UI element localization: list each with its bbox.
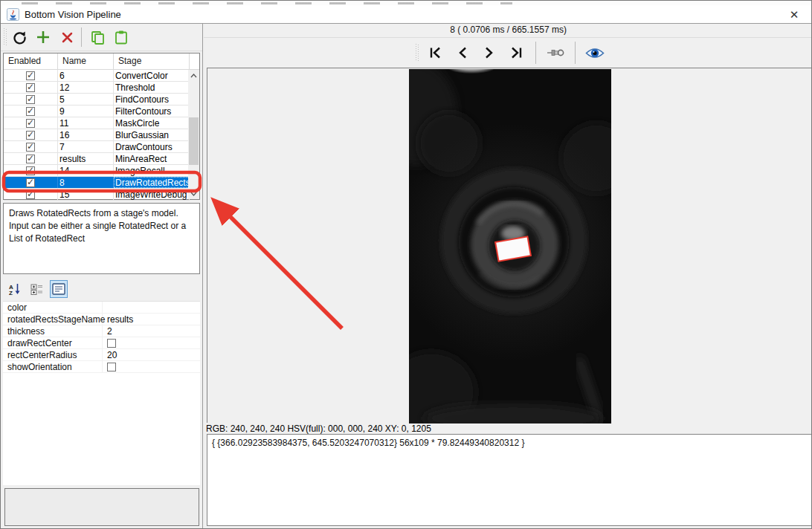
pipeline-panel: Enabled Name Stage 6ConvertColor12Thresh… [1,24,203,529]
enabled-checkbox[interactable] [26,131,35,140]
stage-name-cell[interactable]: 11 [58,117,114,129]
property-value[interactable]: 20 [103,349,200,360]
enabled-checkbox[interactable] [26,119,35,128]
scroll-down-icon[interactable] [188,188,199,199]
first-result-icon[interactable] [426,43,445,62]
enabled-cell[interactable] [4,189,58,200]
close-icon[interactable]: ✕ [786,7,802,22]
enabled-cell[interactable] [4,70,58,81]
stage-name-cell[interactable]: 6 [58,70,114,81]
scrollbar-thumb[interactable] [189,117,199,165]
scroll-up-icon[interactable] [188,70,199,81]
table-scrollbar[interactable] [188,70,199,199]
property-checkbox[interactable] [107,363,116,371]
property-key: rotatedRectsStageName [3,314,103,325]
enabled-checkbox[interactable] [26,71,35,80]
stage-type-cell[interactable]: DrawContours [114,141,190,152]
pipeline-row[interactable]: 11MaskCircle [4,117,190,129]
preview-image-area[interactable] [207,68,812,423]
property-row[interactable]: color [3,302,200,314]
enabled-cell[interactable] [4,117,58,129]
enabled-cell[interactable] [4,153,58,164]
pipeline-row[interactable]: 14ImageRecall [4,165,190,177]
enabled-cell[interactable] [4,106,58,117]
stage-name-cell[interactable]: 9 [58,106,114,117]
stage-name-cell[interactable]: 7 [58,141,114,152]
pipeline-row[interactable]: 8DrawRotatedRects [4,177,190,189]
enabled-cell[interactable] [4,141,58,152]
stage-type-cell[interactable]: Threshold [114,82,190,93]
enabled-checkbox[interactable] [26,190,35,199]
enabled-cell[interactable] [4,177,58,188]
stage-type-cell[interactable]: DrawRotatedRects [114,177,190,188]
property-row[interactable]: rotatedRectsStageNameresults [3,314,200,325]
camera-image[interactable] [409,69,611,423]
stage-name-cell[interactable]: 8 [58,177,114,188]
copy-icon[interactable] [86,27,109,48]
pipeline-row[interactable]: 12Threshold [4,82,190,94]
stage-name-cell[interactable]: results [58,153,114,164]
pipeline-row[interactable]: 6ConvertColor [4,70,190,82]
property-value[interactable]: 2 [103,325,200,337]
property-row[interactable]: rectCenterRadius20 [3,349,200,361]
enabled-checkbox[interactable] [26,143,35,152]
stage-type-cell[interactable]: FindContours [114,94,190,105]
pipeline-row[interactable]: 9FilterContours [4,106,190,117]
next-result-icon[interactable] [480,43,499,62]
enabled-checkbox[interactable] [26,83,35,92]
refresh-icon[interactable] [8,27,30,48]
property-checkbox[interactable] [107,339,116,348]
sort-alpha-icon[interactable]: A Z [5,280,23,298]
property-grid: colorrotatedRectsStageNameresultsthickne… [3,301,200,485]
stage-type-cell[interactable]: MinAreaRect [114,153,190,164]
property-value[interactable] [103,337,200,348]
titlebar[interactable]: Bottom Vision Pipeline ✕ [1,5,811,24]
description-icon[interactable] [50,280,68,298]
header-enabled: Enabled [4,53,58,69]
toolbar-grip[interactable] [4,28,7,46]
property-value[interactable] [103,302,200,313]
property-value[interactable]: results [103,314,200,325]
pin-icon[interactable] [546,43,565,62]
pipeline-row[interactable]: resultsMinAreaRect [4,153,190,165]
enabled-cell[interactable] [4,165,58,176]
stage-name-cell[interactable]: 14 [58,165,114,176]
stage-type-cell[interactable]: BlurGaussian [114,129,190,140]
stage-type-cell[interactable]: ImageWriteDebug [114,189,190,200]
pipeline-row[interactable]: 16BlurGaussian [4,129,190,141]
paste-icon[interactable] [110,27,132,48]
add-stage-icon[interactable] [32,27,54,48]
enabled-checkbox[interactable] [26,107,35,116]
enabled-cell[interactable] [4,82,58,93]
preview-toolbar [204,38,812,68]
property-row[interactable]: showOrientation [3,361,200,373]
header-stage: Stage [114,53,190,69]
previous-result-icon[interactable] [453,43,472,62]
show-image-eye-icon[interactable] [585,43,605,62]
stage-name-cell[interactable]: 5 [58,94,114,105]
categorized-icon[interactable] [28,280,45,298]
pipeline-row[interactable]: 5FindContours [4,94,190,106]
property-value[interactable] [103,361,200,372]
pipeline-row[interactable]: 15ImageWriteDebug [4,189,190,201]
property-row[interactable]: thickness2 [3,325,200,337]
preview-toolbar-grip[interactable] [416,44,419,62]
enabled-cell[interactable] [4,129,58,140]
enabled-checkbox[interactable] [26,155,35,163]
delete-stage-icon[interactable] [56,27,78,48]
enabled-checkbox[interactable] [26,95,35,104]
property-row[interactable]: drawRectCenter [3,337,200,349]
result-text-box[interactable]: { {366.02923583984375, 645.5203247070312… [207,434,812,526]
stage-type-cell[interactable]: FilterContours [114,106,190,117]
last-result-icon[interactable] [506,43,526,62]
stage-name-cell[interactable]: 16 [58,129,114,140]
enabled-checkbox[interactable] [26,178,35,187]
stage-type-cell[interactable]: ConvertColor [114,70,190,81]
stage-name-cell[interactable]: 12 [58,82,114,93]
enabled-cell[interactable] [4,94,58,105]
stage-name-cell[interactable]: 15 [58,189,114,200]
enabled-checkbox[interactable] [26,166,35,175]
stage-type-cell[interactable]: ImageRecall [114,165,190,176]
stage-type-cell[interactable]: MaskCircle [114,117,190,129]
pipeline-row[interactable]: 7DrawContours [4,141,190,153]
